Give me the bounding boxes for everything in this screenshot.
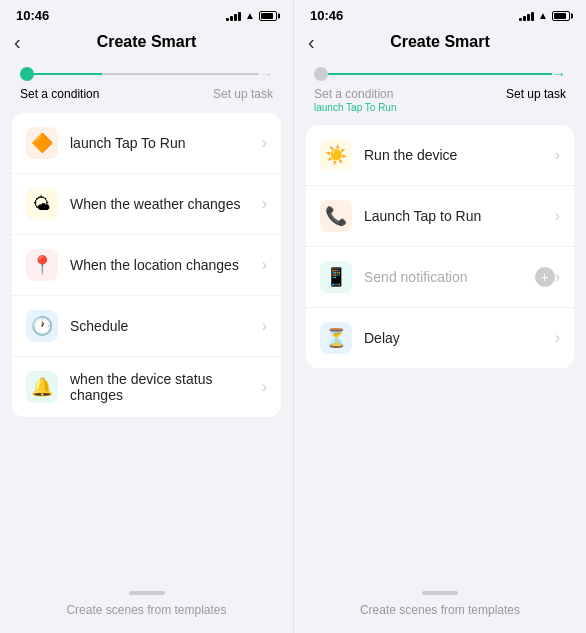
list-item[interactable]: 🌤 When the weather changes ›	[12, 174, 281, 235]
item-emoji-icon: 🔶	[31, 132, 53, 154]
step1-dot	[20, 67, 34, 81]
chevron-right-icon: ›	[555, 268, 560, 286]
battery-icon	[259, 11, 277, 21]
item-icon: 🕐	[26, 310, 58, 342]
drag-handle	[129, 591, 165, 595]
item-emoji-icon: 🌤	[33, 194, 51, 215]
status-icons: ▲	[519, 10, 570, 21]
bottom-bar: Create scenes from templates	[294, 581, 586, 633]
step1-sublabel: launch Tap To Run	[314, 102, 396, 113]
item-emoji-icon: 📍	[31, 254, 53, 276]
item-emoji-icon: 🕐	[31, 315, 53, 337]
status-icons: ▲	[226, 10, 277, 21]
item-label: When the weather changes	[70, 196, 262, 212]
progress-section: → Set a condition launch Tap To Run Set …	[294, 61, 586, 125]
item-label: Launch Tap to Run	[364, 208, 555, 224]
status-time: 10:46	[310, 8, 343, 23]
chevron-right-icon: ›	[262, 378, 267, 396]
item-emoji-icon: 📱	[325, 266, 347, 288]
step2-label: Set up task	[506, 87, 566, 113]
list-item[interactable]: 🔶 launch Tap To Run ›	[12, 113, 281, 174]
wifi-icon: ▲	[538, 10, 548, 21]
chevron-right-icon: ›	[262, 134, 267, 152]
status-bar: 10:46 ▲	[0, 0, 293, 27]
list-item[interactable]: 🔔 when the device status changes ›	[12, 357, 281, 417]
item-icon: ☀️	[320, 139, 352, 171]
progress-line	[34, 73, 259, 75]
list-item[interactable]: 📍 When the location changes ›	[12, 235, 281, 296]
item-label: When the location changes	[70, 257, 262, 273]
list-item[interactable]: 📱 Send notification + ›	[306, 247, 574, 308]
chevron-right-icon: ›	[262, 195, 267, 213]
header: ‹ Create Smart	[0, 27, 293, 61]
signal-bars-icon	[519, 11, 534, 21]
item-label: Delay	[364, 330, 555, 346]
item-icon: 🌤	[26, 188, 58, 220]
item-label: Schedule	[70, 318, 262, 334]
drag-handle	[422, 591, 458, 595]
header-title: Create Smart	[390, 33, 490, 51]
item-icon: 🔔	[26, 371, 58, 403]
step1-label-group: Set a condition	[20, 87, 99, 101]
bottom-bar: Create scenes from templates	[0, 581, 293, 633]
content-area: ☀️ Run the device › 📞 Launch Tap to Run …	[294, 125, 586, 581]
phone-screen-left: 10:46 ▲ ‹ Create Smart → Set a conditi	[0, 0, 293, 633]
step2-label: Set up task	[213, 87, 273, 101]
back-button[interactable]: ‹	[308, 31, 315, 54]
item-label: launch Tap To Run	[70, 135, 262, 151]
battery-icon	[552, 11, 570, 21]
items-card: 🔶 launch Tap To Run › 🌤 When the weather…	[12, 113, 281, 417]
item-label: when the device status changes	[70, 371, 262, 403]
item-label: Run the device	[364, 147, 555, 163]
chevron-right-icon: ›	[555, 207, 560, 225]
progress-labels: Set a condition launch Tap To Run Set up…	[314, 87, 566, 113]
progress-track: →	[20, 67, 273, 81]
item-emoji-icon: 📞	[325, 205, 347, 227]
step2-arrow: →	[552, 67, 566, 81]
items-card: ☀️ Run the device › 📞 Launch Tap to Run …	[306, 125, 574, 368]
list-item[interactable]: ⏳ Delay ›	[306, 308, 574, 368]
item-emoji-icon: 🔔	[31, 376, 53, 398]
list-item[interactable]: 🕐 Schedule ›	[12, 296, 281, 357]
item-icon: 📱	[320, 261, 352, 293]
content-area: 🔶 launch Tap To Run › 🌤 When the weather…	[0, 113, 293, 581]
phone-screen-right: 10:46 ▲ ‹ Create Smart → Set a conditi	[293, 0, 586, 633]
progress-labels: Set a condition Set up task	[20, 87, 273, 101]
bottom-text[interactable]: Create scenes from templates	[360, 603, 520, 617]
signal-bars-icon	[226, 11, 241, 21]
list-item[interactable]: 📞 Launch Tap to Run ›	[306, 186, 574, 247]
wifi-icon: ▲	[245, 10, 255, 21]
chevron-right-icon: ›	[262, 256, 267, 274]
item-emoji-icon: ☀️	[325, 144, 347, 166]
chevron-right-icon: ›	[555, 329, 560, 347]
step1-label: Set a condition	[20, 87, 99, 101]
progress-section: → Set a condition Set up task	[0, 61, 293, 113]
back-button[interactable]: ‹	[14, 31, 21, 54]
step1-label-group: Set a condition launch Tap To Run	[314, 87, 396, 113]
status-bar: 10:46 ▲	[294, 0, 586, 27]
item-icon: 🔶	[26, 127, 58, 159]
list-item[interactable]: ☀️ Run the device ›	[306, 125, 574, 186]
step1-label: Set a condition	[314, 87, 396, 101]
item-icon: ⏳	[320, 322, 352, 354]
header-title: Create Smart	[97, 33, 197, 51]
item-icon: 📍	[26, 249, 58, 281]
progress-line	[328, 73, 552, 75]
item-label: Send notification	[364, 269, 529, 285]
item-plus-icon[interactable]: +	[535, 267, 555, 287]
step1-dot	[314, 67, 328, 81]
item-emoji-icon: ⏳	[325, 327, 347, 349]
chevron-right-icon: ›	[555, 146, 560, 164]
bottom-text[interactable]: Create scenes from templates	[66, 603, 226, 617]
step2-arrow: →	[259, 67, 273, 81]
progress-track: →	[314, 67, 566, 81]
item-icon: 📞	[320, 200, 352, 232]
header: ‹ Create Smart	[294, 27, 586, 61]
chevron-right-icon: ›	[262, 317, 267, 335]
status-time: 10:46	[16, 8, 49, 23]
